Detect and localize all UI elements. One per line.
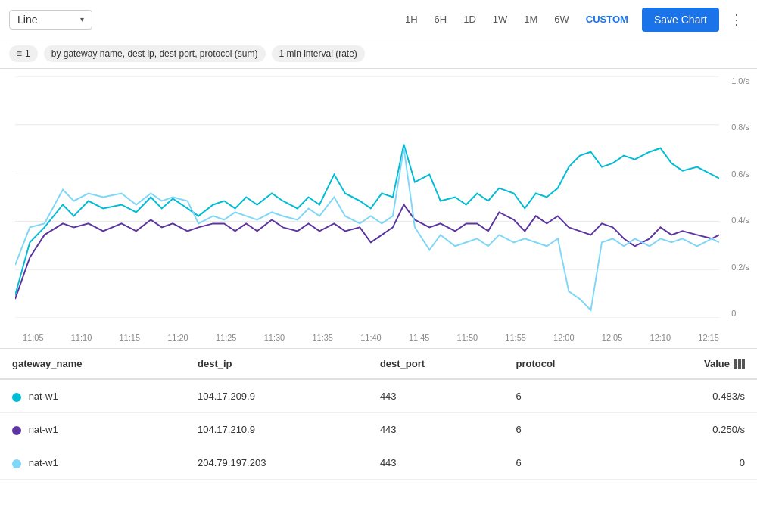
interval-chip[interactable]: 1 min interval (rate) <box>272 45 365 62</box>
cell-protocol: 6 <box>503 379 628 413</box>
filter-bar: ≡ 1 by gateway name, dest ip, dest port,… <box>0 39 757 69</box>
x-axis-label: 11:40 <box>360 333 382 342</box>
cell-dest-port: 443 <box>368 379 504 413</box>
toolbar: Line ▾ 1H6H1D1W1M6WCUSTOM Save Chart ⋮ <box>0 0 757 39</box>
time-btn-6w[interactable]: 6W <box>547 11 577 28</box>
table-header-row: gateway_name dest_ip dest_port protocol … <box>0 349 757 379</box>
series-dot <box>12 459 21 468</box>
cell-dest-ip: 204.79.197.203 <box>185 446 368 480</box>
cell-value: 0 <box>629 446 757 480</box>
cell-dest-ip: 104.17.210.9 <box>185 413 368 446</box>
y-axis-label: 0 <box>731 309 749 318</box>
y-axis-label: 0.2/s <box>731 263 749 272</box>
filter-icon: ≡ <box>17 48 22 59</box>
x-axis-label: 11:20 <box>167 333 188 342</box>
x-axis-label: 11:25 <box>216 333 237 342</box>
chart-type-label: Line <box>17 14 37 26</box>
y-axis-label: 0.4/s <box>731 216 749 225</box>
x-axis-label: 11:10 <box>71 333 92 342</box>
x-axis-labels: 11:0511:1011:1511:2011:2511:3011:3511:40… <box>23 333 719 342</box>
x-axis-label: 11:15 <box>119 333 140 342</box>
value-col-label: Value <box>704 358 730 369</box>
x-axis-label: 11:35 <box>312 333 333 342</box>
cell-protocol: 6 <box>503 413 628 446</box>
time-btn-1m[interactable]: 1M <box>516 11 545 28</box>
x-axis-label: 11:55 <box>505 333 526 342</box>
col-header-protocol: protocol <box>503 349 628 379</box>
x-axis-label: 12:00 <box>553 333 575 342</box>
series-teal <box>15 145 719 295</box>
cell-dest-port: 443 <box>368 413 504 446</box>
y-axis-labels: 1.0/s0.8/s0.6/s0.4/s0.2/s0 <box>731 76 749 318</box>
dropdown-arrow-icon: ▾ <box>80 15 84 23</box>
chart-container: 1.0/s0.8/s0.6/s0.4/s0.2/s0 11:0511:1011:… <box>0 69 757 349</box>
time-btn-custom[interactable]: CUSTOM <box>578 11 636 28</box>
gateway-name-value: nat-w1 <box>29 457 58 468</box>
cell-dest-port: 443 <box>368 446 504 480</box>
y-axis-label: 0.6/s <box>731 170 749 179</box>
filter-count-label: 1 <box>25 48 30 59</box>
y-axis-label: 1.0/s <box>731 76 749 86</box>
columns-icon[interactable] <box>734 359 745 369</box>
x-axis-label: 12:15 <box>698 333 719 342</box>
time-btn-1w[interactable]: 1W <box>485 11 516 28</box>
x-axis-label: 12:10 <box>650 333 671 342</box>
filter-count-badge[interactable]: ≡ 1 <box>9 45 38 62</box>
y-axis-label: 0.8/s <box>731 123 749 132</box>
cell-value: 0.483/s <box>629 379 757 413</box>
table-row: nat-w1 204.79.197.203 443 6 0 <box>0 446 757 480</box>
cell-gateway-name: nat-w1 <box>0 379 185 413</box>
cell-value: 0.250/s <box>629 413 757 446</box>
x-axis-label: 12:05 <box>602 333 623 342</box>
series-dot <box>12 426 21 435</box>
time-btn-6h[interactable]: 6H <box>427 11 455 28</box>
col-header-dest-port: dest_port <box>368 349 504 379</box>
line-chart <box>15 76 719 318</box>
col-header-dest-ip: dest_ip <box>185 349 368 379</box>
save-chart-button[interactable]: Save Chart <box>642 8 719 32</box>
time-btn-1h[interactable]: 1H <box>397 11 425 28</box>
x-axis-label: 11:05 <box>23 333 44 342</box>
col-header-value: Value <box>629 349 757 379</box>
cell-gateway-name: nat-w1 <box>0 413 185 446</box>
time-btn-1d[interactable]: 1D <box>456 11 484 28</box>
table-row: nat-w1 104.17.210.9 443 6 0.250/s <box>0 413 757 446</box>
cell-protocol: 6 <box>503 446 628 480</box>
chart-type-dropdown[interactable]: Line ▾ <box>9 10 92 30</box>
data-table: gateway_name dest_ip dest_port protocol … <box>0 349 757 480</box>
cell-gateway-name: nat-w1 <box>0 446 185 480</box>
table-body: nat-w1 104.17.209.9 443 6 0.483/s nat-w1… <box>0 379 757 480</box>
x-axis-label: 11:30 <box>264 333 285 342</box>
series-dot <box>12 393 21 402</box>
col-header-gateway: gateway_name <box>0 349 185 379</box>
table-header: gateway_name dest_ip dest_port protocol … <box>0 349 757 379</box>
time-range-buttons: 1H6H1D1W1M6WCUSTOM <box>397 11 636 28</box>
gateway-name-value: nat-w1 <box>29 424 58 435</box>
series-lightblue <box>15 148 719 310</box>
more-options-button[interactable]: ⋮ <box>725 8 748 31</box>
x-axis-label: 11:45 <box>409 333 430 342</box>
cell-dest-ip: 104.17.209.9 <box>185 379 368 413</box>
group-by-chip[interactable]: by gateway name, dest ip, dest port, pro… <box>44 45 266 62</box>
table-row: nat-w1 104.17.209.9 443 6 0.483/s <box>0 379 757 413</box>
gateway-name-value: nat-w1 <box>29 390 58 402</box>
x-axis-label: 11:50 <box>457 333 478 342</box>
